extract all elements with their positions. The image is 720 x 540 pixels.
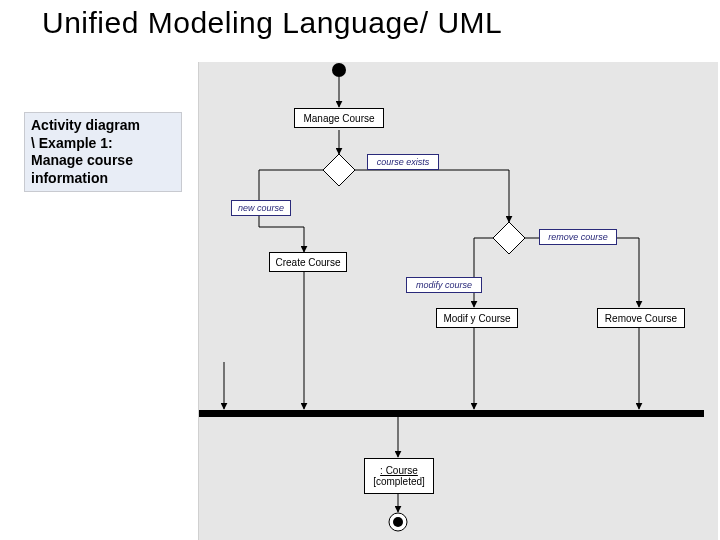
sidebar-line: \ Example 1: (31, 135, 175, 153)
diagram-svg (199, 62, 719, 540)
sidebar-line: Activity diagram (31, 117, 175, 135)
guard-course-exists: course exists (367, 154, 439, 170)
sync-bar-icon (199, 410, 704, 417)
activity-remove-course: Remove Course (597, 308, 685, 328)
initial-node-icon (332, 63, 346, 77)
guard-modify-course: modify course (406, 277, 482, 293)
sidebar-line: information (31, 170, 175, 188)
activity-create-course: Create Course (269, 252, 347, 272)
sidebar-line: Manage course (31, 152, 175, 170)
decision-icon (493, 222, 525, 254)
sidebar-caption: Activity diagram \ Example 1: Manage cou… (24, 112, 182, 192)
guard-remove-course: remove course (539, 229, 617, 245)
activity-modify-course: Modif y Course (436, 308, 518, 328)
guard-new-course: new course (231, 200, 291, 216)
final-node-inner-icon (393, 517, 403, 527)
diagram-canvas: Manage Course Create Course Modif y Cour… (198, 62, 718, 540)
object-name: : Course (380, 465, 418, 476)
object-state: [completed] (373, 476, 425, 487)
page-title: Unified Modeling Language/ UML (42, 6, 502, 40)
object-course: : Course [completed] (364, 458, 434, 494)
activity-manage-course: Manage Course (294, 108, 384, 128)
decision-icon (323, 154, 355, 186)
